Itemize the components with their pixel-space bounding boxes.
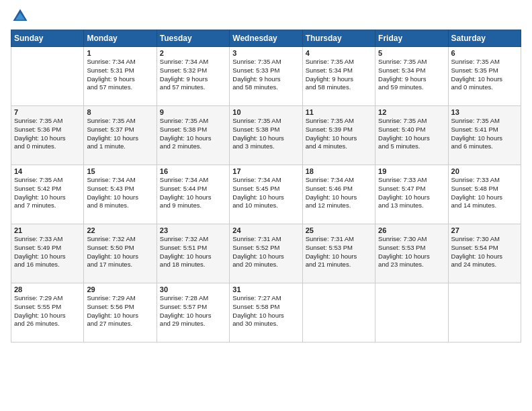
day-cell: 29Sunrise: 7:29 AM Sunset: 5:56 PM Dayli…: [84, 283, 157, 342]
day-number: 12: [378, 108, 445, 116]
day-number: 29: [87, 285, 153, 293]
day-info: Sunrise: 7:34 AM Sunset: 5:44 PM Dayligh…: [160, 176, 226, 210]
calendar-table: SundayMondayTuesdayWednesdayThursdayFrid…: [11, 30, 521, 342]
day-cell: 6Sunrise: 7:35 AM Sunset: 5:35 PM Daylig…: [448, 47, 521, 106]
day-number: 9: [160, 108, 226, 116]
day-info: Sunrise: 7:30 AM Sunset: 5:53 PM Dayligh…: [378, 235, 445, 269]
calendar-header: SundayMondayTuesdayWednesdayThursdayFrid…: [11, 30, 521, 47]
day-info: Sunrise: 7:35 AM Sunset: 5:42 PM Dayligh…: [14, 176, 81, 210]
day-number: 24: [232, 226, 299, 234]
day-info: Sunrise: 7:34 AM Sunset: 5:43 PM Dayligh…: [87, 176, 153, 210]
day-number: 17: [232, 167, 299, 175]
day-number: 16: [160, 167, 226, 175]
day-number: 13: [451, 108, 518, 116]
day-cell: [302, 283, 375, 342]
day-number: 15: [87, 167, 153, 175]
day-info: Sunrise: 7:32 AM Sunset: 5:50 PM Dayligh…: [87, 235, 153, 269]
day-cell: 14Sunrise: 7:35 AM Sunset: 5:42 PM Dayli…: [11, 165, 84, 224]
day-cell: 12Sunrise: 7:35 AM Sunset: 5:40 PM Dayli…: [375, 106, 448, 165]
day-number: 14: [14, 167, 81, 175]
day-cell: 23Sunrise: 7:32 AM Sunset: 5:51 PM Dayli…: [157, 224, 229, 283]
day-cell: 16Sunrise: 7:34 AM Sunset: 5:44 PM Dayli…: [157, 165, 229, 224]
header-cell-monday: Monday: [84, 30, 157, 47]
logo: [11, 7, 32, 26]
header-cell-saturday: Saturday: [448, 30, 521, 47]
day-number: 1: [87, 49, 153, 57]
week-row-3: 14Sunrise: 7:35 AM Sunset: 5:42 PM Dayli…: [11, 165, 521, 224]
day-info: Sunrise: 7:34 AM Sunset: 5:32 PM Dayligh…: [160, 58, 226, 92]
day-info: Sunrise: 7:33 AM Sunset: 5:48 PM Dayligh…: [451, 176, 518, 210]
day-cell: 26Sunrise: 7:30 AM Sunset: 5:53 PM Dayli…: [375, 224, 448, 283]
day-number: 5: [378, 49, 445, 57]
day-info: Sunrise: 7:35 AM Sunset: 5:38 PM Dayligh…: [160, 117, 226, 151]
day-info: Sunrise: 7:32 AM Sunset: 5:51 PM Dayligh…: [160, 235, 226, 269]
day-cell: 20Sunrise: 7:33 AM Sunset: 5:48 PM Dayli…: [448, 165, 521, 224]
day-number: 7: [14, 108, 81, 116]
day-info: Sunrise: 7:27 AM Sunset: 5:58 PM Dayligh…: [232, 294, 299, 328]
day-info: Sunrise: 7:33 AM Sunset: 5:47 PM Dayligh…: [378, 176, 445, 210]
day-cell: 1Sunrise: 7:34 AM Sunset: 5:31 PM Daylig…: [84, 47, 157, 106]
day-cell: 22Sunrise: 7:32 AM Sunset: 5:50 PM Dayli…: [84, 224, 157, 283]
day-info: Sunrise: 7:35 AM Sunset: 5:34 PM Dayligh…: [378, 58, 445, 92]
day-info: Sunrise: 7:35 AM Sunset: 5:36 PM Dayligh…: [14, 117, 81, 151]
day-cell: [375, 283, 448, 342]
week-row-4: 21Sunrise: 7:33 AM Sunset: 5:49 PM Dayli…: [11, 224, 521, 283]
day-number: 28: [14, 285, 81, 293]
day-info: Sunrise: 7:35 AM Sunset: 5:38 PM Dayligh…: [232, 117, 299, 151]
day-number: 31: [232, 285, 299, 293]
day-cell: 28Sunrise: 7:29 AM Sunset: 5:55 PM Dayli…: [11, 283, 84, 342]
day-number: 8: [87, 108, 153, 116]
day-cell: 11Sunrise: 7:35 AM Sunset: 5:39 PM Dayli…: [302, 106, 375, 165]
day-info: Sunrise: 7:35 AM Sunset: 5:39 PM Dayligh…: [306, 117, 372, 151]
day-cell: 15Sunrise: 7:34 AM Sunset: 5:43 PM Dayli…: [84, 165, 157, 224]
header-cell-thursday: Thursday: [302, 30, 375, 47]
day-cell: 7Sunrise: 7:35 AM Sunset: 5:36 PM Daylig…: [11, 106, 84, 165]
day-number: 11: [306, 108, 372, 116]
day-info: Sunrise: 7:30 AM Sunset: 5:54 PM Dayligh…: [451, 235, 518, 269]
day-cell: 18Sunrise: 7:34 AM Sunset: 5:46 PM Dayli…: [302, 165, 375, 224]
day-number: 27: [451, 226, 518, 234]
day-info: Sunrise: 7:35 AM Sunset: 5:41 PM Dayligh…: [451, 117, 518, 151]
day-info: Sunrise: 7:35 AM Sunset: 5:34 PM Dayligh…: [306, 58, 372, 92]
day-number: 22: [87, 226, 153, 234]
day-cell: 2Sunrise: 7:34 AM Sunset: 5:32 PM Daylig…: [157, 47, 229, 106]
day-cell: 13Sunrise: 7:35 AM Sunset: 5:41 PM Dayli…: [448, 106, 521, 165]
week-row-1: 1Sunrise: 7:34 AM Sunset: 5:31 PM Daylig…: [11, 47, 521, 106]
header-cell-tuesday: Tuesday: [157, 30, 229, 47]
day-cell: 19Sunrise: 7:33 AM Sunset: 5:47 PM Dayli…: [375, 165, 448, 224]
day-info: Sunrise: 7:31 AM Sunset: 5:52 PM Dayligh…: [232, 235, 299, 269]
header-cell-sunday: Sunday: [11, 30, 84, 47]
header: [11, 7, 521, 26]
calendar-body: 1Sunrise: 7:34 AM Sunset: 5:31 PM Daylig…: [11, 47, 521, 342]
day-number: 3: [232, 49, 299, 57]
day-cell: 25Sunrise: 7:31 AM Sunset: 5:53 PM Dayli…: [302, 224, 375, 283]
day-info: Sunrise: 7:28 AM Sunset: 5:57 PM Dayligh…: [160, 294, 226, 328]
day-number: 30: [160, 285, 226, 293]
day-number: 19: [378, 167, 445, 175]
week-row-2: 7Sunrise: 7:35 AM Sunset: 5:36 PM Daylig…: [11, 106, 521, 165]
day-number: 10: [232, 108, 299, 116]
day-number: 25: [306, 226, 372, 234]
header-cell-wednesday: Wednesday: [230, 30, 302, 47]
day-info: Sunrise: 7:29 AM Sunset: 5:55 PM Dayligh…: [14, 294, 81, 328]
day-cell: 8Sunrise: 7:35 AM Sunset: 5:37 PM Daylig…: [84, 106, 157, 165]
day-number: 2: [160, 49, 226, 57]
day-cell: 31Sunrise: 7:27 AM Sunset: 5:58 PM Dayli…: [230, 283, 302, 342]
day-cell: 5Sunrise: 7:35 AM Sunset: 5:34 PM Daylig…: [375, 47, 448, 106]
page: SundayMondayTuesdayWednesdayThursdayFrid…: [0, 0, 532, 349]
day-cell: 24Sunrise: 7:31 AM Sunset: 5:52 PM Dayli…: [230, 224, 302, 283]
day-cell: 9Sunrise: 7:35 AM Sunset: 5:38 PM Daylig…: [157, 106, 229, 165]
day-cell: [11, 47, 84, 106]
day-cell: 3Sunrise: 7:35 AM Sunset: 5:33 PM Daylig…: [230, 47, 302, 106]
day-number: 18: [306, 167, 372, 175]
day-info: Sunrise: 7:34 AM Sunset: 5:45 PM Dayligh…: [232, 176, 299, 210]
day-info: Sunrise: 7:29 AM Sunset: 5:56 PM Dayligh…: [87, 294, 153, 328]
day-info: Sunrise: 7:34 AM Sunset: 5:46 PM Dayligh…: [306, 176, 372, 210]
week-row-5: 28Sunrise: 7:29 AM Sunset: 5:55 PM Dayli…: [11, 283, 521, 342]
day-info: Sunrise: 7:35 AM Sunset: 5:40 PM Dayligh…: [378, 117, 445, 151]
day-number: 6: [451, 49, 518, 57]
logo-icon: [11, 7, 30, 26]
day-cell: 30Sunrise: 7:28 AM Sunset: 5:57 PM Dayli…: [157, 283, 229, 342]
day-cell: 27Sunrise: 7:30 AM Sunset: 5:54 PM Dayli…: [448, 224, 521, 283]
day-number: 26: [378, 226, 445, 234]
